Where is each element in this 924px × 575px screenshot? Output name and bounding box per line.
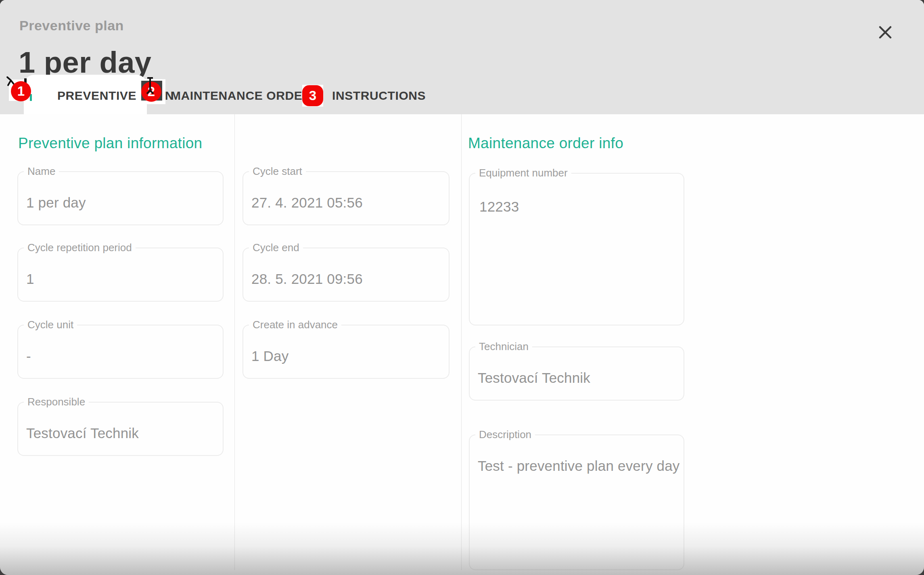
dialog-header: Preventive plan 1 per day PREVENTIVE PLA… [0, 0, 924, 114]
close-icon [879, 26, 892, 39]
cycle-start-label: Cycle start [249, 165, 306, 177]
cycle-unit-label: Cycle unit [24, 319, 77, 331]
technician-field[interactable]: Technician Testovací Technik [469, 346, 684, 401]
cycle-unit-value: - [26, 348, 31, 364]
step-badge-1: 1 [11, 81, 31, 101]
preventive-plan-dialog: Preventive plan 1 per day PREVENTIVE PLA… [0, 0, 924, 575]
create-in-advance-label: Create in advance [249, 319, 341, 331]
description-label: Description [475, 428, 535, 441]
cycle-repetition-period-label: Cycle repetition period [24, 241, 136, 254]
cycle-repetition-period-value: 1 [26, 271, 34, 287]
column-divider-2 [461, 114, 462, 570]
cycle-end-label: Cycle end [249, 241, 303, 254]
equipment-number-label: Equipment number [475, 167, 571, 179]
responsible-field[interactable]: Responsible Testovací Technik [17, 402, 224, 456]
screen: Preventive plan 1 per day PREVENTIVE PLA… [0, 0, 924, 575]
responsible-value: Testovací Technik [26, 425, 139, 441]
cycle-end-value: 28. 5. 2021 09:56 [251, 271, 363, 287]
create-in-advance-value: 1 Day [251, 348, 288, 364]
tab-maintenance-orders[interactable]: MAINTENANCE ORDERS [171, 89, 320, 103]
text-cursor-icon [145, 77, 155, 94]
close-button[interactable] [874, 21, 897, 44]
column-divider-1 [234, 114, 235, 570]
cycle-start-value: 27. 4. 2021 05:56 [251, 195, 363, 211]
section-heading-plan-information: Preventive plan information [18, 135, 202, 152]
step-badge-3: 3 [302, 85, 323, 106]
tab-instructions[interactable]: INSTRUCTIONS [332, 89, 426, 103]
create-in-advance-field[interactable]: Create in advance 1 Day [242, 325, 449, 379]
name-field[interactable]: Name 1 per day [17, 171, 224, 225]
description-field[interactable]: Description Test - preventive plan every… [469, 434, 684, 570]
cycle-repetition-period-field[interactable]: Cycle repetition period 1 [17, 248, 224, 302]
cycle-start-field[interactable]: Cycle start 27. 4. 2021 05:56 [242, 171, 449, 225]
breadcrumb: Preventive plan [19, 18, 124, 34]
technician-label: Technician [475, 340, 532, 353]
cycle-unit-field[interactable]: Cycle unit - [17, 325, 224, 379]
responsible-label: Responsible [24, 396, 89, 408]
technician-value: Testovací Technik [478, 370, 590, 386]
section-heading-maintenance-order-info: Maintenance order info [468, 135, 623, 152]
cycle-end-field[interactable]: Cycle end 28. 5. 2021 09:56 [242, 248, 449, 302]
name-field-label: Name [24, 165, 59, 177]
description-value: Test - preventive plan every day [478, 458, 680, 474]
equipment-number-value: 12233 [479, 199, 519, 215]
bottom-scroll-fade [0, 523, 924, 575]
equipment-number-field[interactable]: Equipment number 12233 [469, 173, 684, 325]
name-field-value: 1 per day [26, 195, 86, 211]
